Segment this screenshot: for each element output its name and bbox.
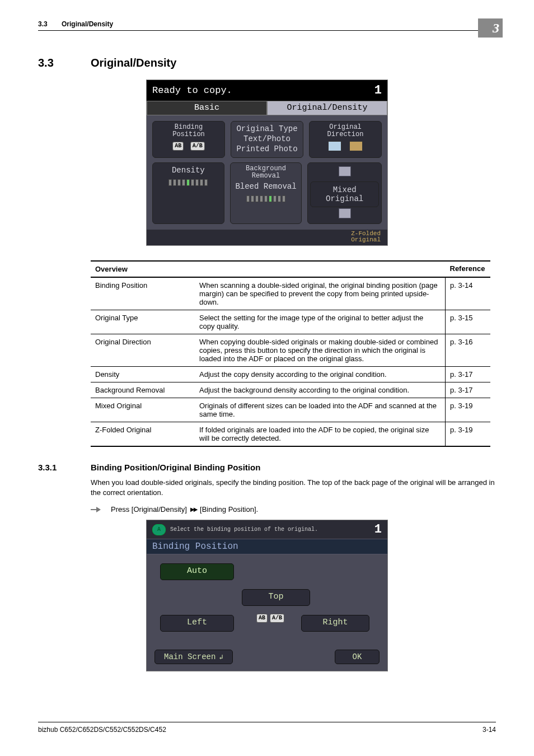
cell-mixed-original-wrap: Mixed Original (307, 162, 382, 224)
header-section-title: Original/Density (62, 20, 113, 28)
section-heading: 3.3 Original/Density (38, 57, 496, 69)
cell-original-type[interactable]: Original Type Text/Photo Printed Photo (231, 121, 303, 158)
running-header: 3.3 Original/Density (38, 20, 496, 31)
sequence-arrow-icon: ►► (187, 506, 200, 514)
subsection-number: 3.3.1 (38, 463, 91, 472)
table-row: Original DirectionWhen copying double-si… (91, 334, 490, 367)
lcd-binding-position: A Select the binding position of the ori… (146, 520, 388, 671)
section-number: 3.3 (38, 57, 91, 69)
orient-icon-1 (328, 141, 341, 151)
eco-indicator-icon: A (152, 524, 166, 535)
table-row: Binding PositionWhen scanning a double-s… (91, 277, 490, 310)
lcd-original-density: Ready to copy. 1 Basic Original/Density … (146, 80, 388, 246)
lcd1-status-text: Ready to copy. (152, 85, 232, 96)
header-section-num: 3.3 (38, 20, 48, 28)
return-arrow-icon: ↲ (219, 654, 223, 661)
cell-background-removal[interactable]: BackgroundRemoval Bleed Removal (230, 162, 302, 224)
lcd1-status-bar: Ready to copy. 1 (147, 80, 387, 101)
btn-right[interactable]: Right (301, 615, 369, 632)
doc-glyph-icon (339, 166, 351, 176)
page-footer: bizhub C652/C652DS/C552/C552DS/C452 3-14 (38, 722, 496, 734)
btn-auto[interactable]: Auto (160, 563, 234, 580)
chapter-number-badge: 3 (478, 18, 503, 38)
footer-page: 3-14 (483, 726, 496, 734)
table-row: Background RemovalAdjust the background … (91, 382, 490, 398)
cell-original-direction[interactable]: OriginalDirection (309, 121, 382, 158)
step-instruction: Press [Original/Density] ►► [Binding Pos… (91, 505, 496, 514)
subsection-title: Binding Position/Original Binding Positi… (91, 463, 260, 472)
cell-binding-position[interactable]: BindingPosition AB A/B (152, 121, 225, 158)
lcd1-foot-z-folded[interactable]: Z-Folded Original (147, 230, 387, 245)
lcd2-message: Select the binding position of the origi… (170, 526, 374, 533)
table-row: Original TypeSelect the setting for the … (91, 310, 490, 334)
overview-header: Overview (91, 261, 446, 277)
btn-ok[interactable]: OK (335, 650, 380, 664)
orient-icon-2 (349, 141, 363, 151)
footer-model: bizhub C652/C652DS/C552/C552DS/C452 (38, 726, 166, 734)
cell-density[interactable]: Density (152, 162, 224, 224)
btn-left[interactable]: Left (160, 615, 234, 632)
mini-ab2-icon: A/B (190, 142, 205, 151)
table-row: Mixed OriginalOriginals of different siz… (91, 398, 490, 422)
lcd2-copy-count: 1 (374, 522, 382, 536)
mini-ab-icon: AB (172, 142, 184, 151)
table-row: DensityAdjust the copy density according… (91, 367, 490, 382)
btn-top[interactable]: Top (242, 589, 310, 606)
doc-glyph2-icon (339, 208, 351, 218)
cell-mixed-original[interactable]: Mixed Original (310, 181, 379, 207)
arrow-right-icon (91, 506, 101, 513)
center-orientation-icon: AB A/B (256, 614, 284, 623)
reference-header: Reference (446, 261, 491, 277)
density-bars-icon (168, 179, 208, 189)
subsection-body: When you load double-sided originals, sp… (91, 478, 496, 497)
btn-main-screen[interactable]: Main Screen↲ (154, 650, 233, 664)
section-title: Original/Density (91, 57, 176, 69)
lcd1-tabs: Basic Original/Density (147, 101, 387, 115)
bg-removal-bars-icon (246, 195, 286, 205)
table-row: Z-Folded OriginalIf folded originals are… (91, 422, 490, 447)
tab-original-density[interactable]: Original/Density (267, 101, 387, 115)
overview-table: Overview Reference Binding PositionWhen … (91, 260, 490, 447)
lcd1-copy-count: 1 (374, 83, 382, 97)
lcd2-title: Binding Position (147, 539, 387, 554)
tab-basic[interactable]: Basic (147, 101, 267, 115)
subsection-heading: 3.3.1 Binding Position/Original Binding … (38, 463, 496, 472)
